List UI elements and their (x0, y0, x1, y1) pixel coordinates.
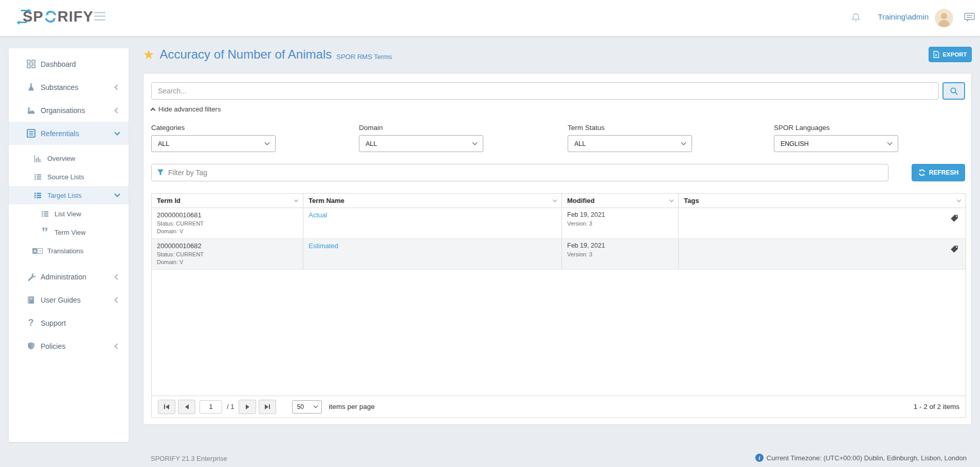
term-status-select[interactable]: ALL (568, 135, 692, 152)
term-domain-value: Domain: V (157, 259, 298, 265)
menu-toggle-button[interactable] (94, 12, 105, 23)
sidebar-item-label: Translations (47, 247, 83, 255)
page-size-select[interactable]: 50 (292, 400, 322, 414)
sidebar-item-translations[interactable]: A* Translations (9, 241, 129, 260)
column-header-modified[interactable]: Modified (561, 194, 678, 208)
refresh-button[interactable]: REFRESH (912, 164, 965, 181)
categories-select[interactable]: ALL (151, 135, 276, 152)
hide-advanced-filters-toggle[interactable]: Hide advanced filters (151, 105, 221, 113)
filter-by-tag-input[interactable] (168, 169, 883, 177)
shield-icon (26, 342, 36, 350)
chevron-down-icon (314, 403, 318, 407)
refresh-icon (918, 169, 925, 176)
chevron-down-icon (265, 140, 270, 145)
next-page-button[interactable] (239, 400, 256, 414)
first-page-button[interactable] (158, 400, 175, 414)
sidebar-item-substances[interactable]: Substances (9, 76, 129, 99)
term-status-value: ALL (574, 140, 586, 147)
column-menu-icon[interactable] (294, 198, 298, 202)
sidebar-item-referentials[interactable]: Referentials (9, 122, 129, 145)
column-header-term-id[interactable]: Term Id (152, 194, 303, 208)
caret-up-icon (151, 108, 156, 113)
logo-arrow-left-icon (19, 22, 27, 23)
funnel-icon (157, 169, 164, 176)
sidebar-item-user-guides[interactable]: User Guides (9, 288, 129, 311)
translations-icon: A* (32, 248, 43, 254)
sidebar-item-overview[interactable]: Overview (9, 149, 129, 167)
chevron-left-icon (114, 297, 120, 303)
flask-icon (26, 83, 36, 91)
notifications-bell-icon[interactable] (851, 11, 861, 24)
previous-page-button[interactable] (178, 400, 195, 414)
column-header-tags[interactable]: Tags (678, 194, 966, 208)
logo-arrow-right-icon (21, 10, 29, 11)
column-menu-icon[interactable] (553, 198, 557, 202)
sidebar-item-term-view[interactable]: ” Term View (9, 223, 129, 241)
term-id-cell: 200000010681 Status: CURRENT Domain: V (152, 208, 303, 238)
term-id-value: 200000010681 (157, 211, 298, 219)
refresh-label: REFRESH (929, 169, 958, 176)
logo-text-rify: RIFY (58, 8, 94, 25)
top-header-bar: SP RIFY Training\admin (0, 0, 980, 36)
chevron-left-icon (114, 84, 120, 90)
table-header-row: Term Id Term Name Modified Tags (152, 194, 966, 208)
chevron-down-icon (473, 140, 478, 145)
term-status-value: Status: CURRENT (157, 220, 298, 227)
dashboard-grid-icon (26, 60, 36, 68)
sidebar-item-label: Referentials (41, 129, 79, 138)
user-account-label[interactable]: Training\admin (878, 12, 929, 21)
last-page-button[interactable] (259, 400, 276, 414)
search-input[interactable] (151, 82, 939, 100)
terms-table: Term Id Term Name Modified Tags (151, 193, 966, 418)
tag-icon[interactable] (950, 245, 958, 255)
table-row[interactable]: 200000010681 Status: CURRENT Domain: V A… (152, 208, 966, 239)
chevron-down-icon (681, 140, 686, 145)
chevron-left-icon (114, 343, 120, 349)
column-menu-icon[interactable] (957, 198, 961, 202)
filter-by-tag-field (151, 164, 888, 181)
wrench-icon (26, 272, 36, 281)
tag-icon[interactable] (950, 214, 958, 224)
column-label: Tags (684, 197, 699, 204)
column-header-term-name[interactable]: Term Name (303, 194, 561, 208)
column-label: Term Name (308, 197, 344, 204)
sporify-logo[interactable]: SP RIFY (23, 8, 94, 25)
feedback-chat-icon[interactable] (964, 12, 975, 24)
term-name-link[interactable]: Actual (308, 211, 327, 219)
sidebar-item-dashboard[interactable]: Dashboard (9, 52, 129, 76)
factory-icon (26, 106, 36, 115)
term-name-cell: Estimated (303, 239, 561, 269)
column-label: Modified (567, 197, 594, 204)
column-label: Term Id (157, 197, 180, 204)
modified-cell: Feb 19, 2021 Version: 3 (561, 239, 678, 269)
page-number-input[interactable] (199, 400, 222, 414)
sidebar-item-source-lists[interactable]: Source Lists (9, 167, 129, 186)
export-button[interactable]: x EXPORT (929, 47, 972, 62)
sidebar-item-list-view[interactable]: List View (9, 204, 129, 223)
sidebar-item-support[interactable]: ? Support (9, 311, 129, 334)
spor-languages-select[interactable]: ENGLISH (774, 135, 898, 152)
list-icon (32, 173, 43, 181)
sidebar-item-administration[interactable]: Administration (9, 265, 129, 288)
modified-date: Feb 19, 2021 (567, 242, 673, 249)
logo-circular-arrows-icon (44, 10, 57, 23)
sidebar-item-organisations[interactable]: Organisations (9, 99, 129, 122)
chevron-left-icon (114, 107, 120, 113)
svg-text:x: x (935, 53, 937, 57)
search-button[interactable] (942, 82, 965, 100)
sidebar-item-target-lists[interactable]: Target Lists (9, 186, 129, 204)
chevron-down-icon (887, 140, 893, 145)
column-menu-icon[interactable] (669, 198, 674, 202)
sidebar-item-label: List View (55, 210, 81, 218)
timezone-info: i Current Timezone: (UTC+00:00) Dublin, … (755, 454, 967, 462)
table-row[interactable]: 200000010682 Status: CURRENT Domain: V E… (152, 239, 966, 270)
user-avatar[interactable] (935, 9, 953, 27)
favorite-star-icon[interactable]: ★ (143, 48, 154, 61)
domain-select[interactable]: ALL (359, 135, 483, 152)
page-size-value: 50 (297, 403, 303, 410)
person-silhouette-icon (935, 9, 953, 27)
term-name-link[interactable]: Estimated (308, 242, 338, 250)
sidebar-item-label: Organisations (41, 106, 85, 115)
tags-cell (678, 208, 966, 238)
sidebar-item-policies[interactable]: Policies (9, 334, 129, 358)
